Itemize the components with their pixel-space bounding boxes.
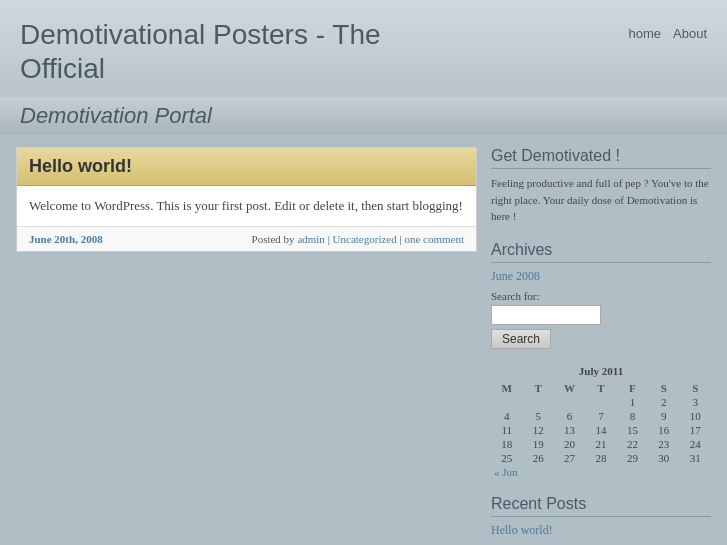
post-date: June 20th, 2008: [29, 233, 103, 245]
sub-header: Demotivation Portal: [0, 97, 727, 135]
cal-cell-3-4: 22: [617, 437, 648, 451]
calendar-footer-row: « Jun: [491, 465, 711, 479]
calendar-header-row: M T W T F S S: [491, 381, 711, 395]
cal-cell-4-5: 30: [648, 451, 679, 465]
cal-th-m: M: [491, 381, 522, 395]
cal-cell-0-5: 2: [648, 395, 679, 409]
cal-cell-3-5: 23: [648, 437, 679, 451]
cal-cell-3-3: 21: [585, 437, 616, 451]
cal-cell-3-6: 24: [680, 437, 711, 451]
sub-header-title: Demotivation Portal: [20, 103, 212, 128]
cal-cell-3-2: 20: [554, 437, 585, 451]
nav-about[interactable]: About: [673, 26, 707, 41]
calendar-row-4: 25262728293031: [491, 451, 711, 465]
cal-th-s2: S: [680, 381, 711, 395]
cal-cell-0-0: [491, 395, 522, 409]
cal-cell-2-3: 14: [585, 423, 616, 437]
content-area: Hello world! Welcome to WordPress. This …: [16, 147, 477, 545]
cal-cell-0-3: [585, 395, 616, 409]
cal-cell-4-6: 31: [680, 451, 711, 465]
post-content: Welcome to WordPress. This is your first…: [29, 198, 463, 213]
cal-cell-4-0: 25: [491, 451, 522, 465]
sidebar-get-demotivated-text: Feeling productive and full of pep ? You…: [491, 175, 711, 225]
calendar-row-3: 18192021222324: [491, 437, 711, 451]
cal-cell-0-6: 3: [680, 395, 711, 409]
cal-cell-0-4: 1: [617, 395, 648, 409]
calendar-row-0: 123: [491, 395, 711, 409]
cal-th-w: W: [554, 381, 585, 395]
cal-cell-2-4: 15: [617, 423, 648, 437]
post-body: Welcome to WordPress. This is your first…: [17, 186, 476, 227]
search-label: Search for:: [491, 290, 711, 302]
cal-cell-1-6: 10: [680, 409, 711, 423]
post-item: Hello world! Welcome to WordPress. This …: [16, 147, 477, 252]
top-nav: home About: [628, 26, 707, 41]
calendar-row-2: 11121314151617: [491, 423, 711, 437]
post-meta-right: Posted by admin | Uncategorized | one co…: [252, 233, 464, 245]
calendar-body: 1234567891011121314151617181920212223242…: [491, 395, 711, 465]
site-title: Demotivational Posters - The Official: [20, 18, 440, 85]
cal-th-t2: T: [585, 381, 616, 395]
sidebar-get-demotivated-title: Get Demotivated !: [491, 147, 711, 169]
cal-cell-3-1: 19: [522, 437, 553, 451]
cal-cell-1-4: 8: [617, 409, 648, 423]
cal-cell-2-2: 13: [554, 423, 585, 437]
cal-cell-2-5: 16: [648, 423, 679, 437]
cal-cell-1-5: 9: [648, 409, 679, 423]
post-title: Hello world!: [29, 156, 132, 176]
cal-cell-4-3: 28: [585, 451, 616, 465]
cal-th-s1: S: [648, 381, 679, 395]
calendar-table: July 2011 M T W T F S S 1234567891011121…: [491, 365, 711, 479]
sidebar-recent-post-item[interactable]: Hello world!: [491, 523, 711, 538]
post-author-link[interactable]: admin: [297, 233, 325, 245]
sidebar-archives-title: Archives: [491, 241, 711, 263]
post-meta: June 20th, 2008 Posted by admin | Uncate…: [17, 227, 476, 251]
sidebar-archives-link[interactable]: June 2008: [491, 269, 711, 284]
cal-cell-2-6: 17: [680, 423, 711, 437]
cal-cell-0-2: [554, 395, 585, 409]
post-title-bar: Hello world!: [17, 148, 476, 186]
cal-th-f: F: [617, 381, 648, 395]
posted-by-label: Posted by: [252, 233, 295, 245]
calendar-prev-link[interactable]: « Jun: [491, 465, 711, 479]
post-comments-link[interactable]: one comment: [404, 233, 464, 245]
cal-cell-2-0: 11: [491, 423, 522, 437]
cal-cell-3-0: 18: [491, 437, 522, 451]
cal-cell-1-3: 7: [585, 409, 616, 423]
page-header: Demotivational Posters - The Official ho…: [0, 0, 727, 97]
cal-cell-4-2: 27: [554, 451, 585, 465]
calendar-row-1: 45678910: [491, 409, 711, 423]
cal-cell-4-4: 29: [617, 451, 648, 465]
cal-cell-2-1: 12: [522, 423, 553, 437]
sidebar-get-demotivated: Get Demotivated ! Feeling productive and…: [491, 147, 711, 225]
cal-cell-1-2: 6: [554, 409, 585, 423]
sidebar-archives: Archives June 2008 Search for: Search: [491, 241, 711, 349]
post-category-link[interactable]: Uncategorized: [333, 233, 397, 245]
nav-home[interactable]: home: [628, 26, 661, 41]
search-button[interactable]: Search: [491, 329, 551, 349]
cal-th-t1: T: [522, 381, 553, 395]
sidebar-recent-posts-title: Recent Posts: [491, 495, 711, 517]
sidebar-recent-posts: Recent Posts Hello world!: [491, 495, 711, 538]
sidebar-calendar: July 2011 M T W T F S S 1234567891011121…: [491, 365, 711, 479]
main-wrapper: Hello world! Welcome to WordPress. This …: [0, 135, 727, 545]
cal-cell-1-1: 5: [522, 409, 553, 423]
cal-cell-4-1: 26: [522, 451, 553, 465]
cal-cell-0-1: [522, 395, 553, 409]
sidebar: Get Demotivated ! Feeling productive and…: [491, 147, 711, 545]
cal-cell-1-0: 4: [491, 409, 522, 423]
search-input[interactable]: [491, 305, 601, 325]
calendar-title: July 2011: [491, 365, 711, 377]
